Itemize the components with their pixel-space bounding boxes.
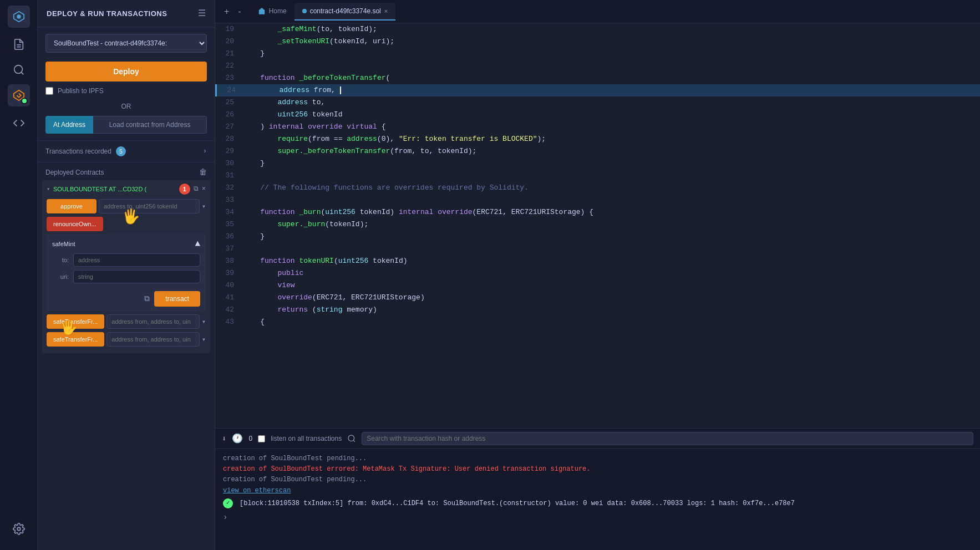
svg-line-5	[21, 72, 23, 74]
load-contract-button[interactable]: Load contract from Address	[93, 116, 207, 134]
safe-transfer2-button[interactable]: safeTransferFr...	[47, 332, 104, 347]
success-icon: ✓	[223, 498, 233, 508]
tab-bar: + - Home contract-d49fc3374e.sol ×	[215, 0, 980, 23]
terminal-log-2: creation of SoulBoundTest errored: MetaM…	[223, 464, 972, 475]
safe-transfer2-input[interactable]	[106, 332, 199, 347]
code-line-37: 37	[215, 243, 980, 255]
listen-checkbox[interactable]	[258, 435, 265, 442]
approve-chevron-icon[interactable]: ▾	[202, 202, 206, 211]
code-line-30: 30 }	[215, 157, 980, 170]
terminal-clock-icon[interactable]: 🕐	[232, 433, 243, 444]
contract-badge-1: 1	[179, 184, 190, 195]
code-line-35: 35 super._burn(tokenId);	[215, 218, 980, 231]
tab-controls: + -	[221, 4, 245, 19]
safemint-header[interactable]: safeMint ▲	[47, 235, 206, 253]
zoom-in-button[interactable]: +	[221, 4, 232, 19]
code-line-20: 20 _setTokenURI(tokenId, uri);	[215, 35, 980, 48]
param-uri-label: uri:	[52, 273, 69, 280]
file-explorer-icon[interactable]	[8, 33, 30, 55]
terminal-count: 0	[248, 435, 252, 442]
tab-home[interactable]: Home	[250, 3, 294, 21]
code-line-26: 26 uint256 tokenId	[215, 109, 980, 121]
terminal: ⬇ 🕐 0 listen on all transactions creatio…	[215, 428, 980, 550]
trash-icon[interactable]: 🗑	[199, 168, 207, 177]
tab-dot-icon	[302, 9, 307, 13]
home-tab-icon	[258, 7, 266, 15]
plugin-manager-icon[interactable]	[8, 6, 30, 28]
at-address-button[interactable]: At Address	[45, 116, 93, 134]
code-editor[interactable]: 19 _safeMint(to, tokenId); 20 _setTokenU…	[215, 23, 980, 428]
param-to-label: to:	[52, 257, 69, 263]
code-line-21: 21 }	[215, 48, 980, 60]
param-uri-row: uri:	[52, 270, 200, 283]
deploy-run-icon[interactable]	[8, 84, 30, 106]
panel-menu-icon[interactable]: ☰	[198, 8, 206, 19]
code-line-36: 36 }	[215, 231, 980, 243]
code-line-31: 31	[215, 170, 980, 182]
tab-home-label: Home	[269, 7, 287, 15]
git-icon[interactable]	[8, 112, 30, 134]
contract-instance-name: SOULBOUNDTEST AT ...CD32D (	[53, 186, 176, 192]
tab-contract[interactable]: contract-d49fc3374e.sol ×	[294, 3, 396, 21]
sidebar	[0, 0, 38, 550]
code-line-25: 25 address to,	[215, 96, 980, 109]
svg-point-4	[14, 65, 22, 74]
publish-row: Publish to IPFS	[38, 87, 215, 100]
code-line-28: 28 require(from == address(0), "Err: tok…	[215, 133, 980, 145]
transact-row: ⧉ transact	[47, 291, 206, 311]
code-line-34: 34 function _burn(uint256 tokenId) inter…	[215, 206, 980, 218]
approve-button[interactable]: approve	[47, 199, 97, 213]
param-to-row: to:	[52, 253, 200, 267]
listen-label: listen on all transactions	[271, 435, 342, 442]
code-line-29: 29 super._beforeTokenTransfer(from, to, …	[215, 145, 980, 157]
safemint-collapse-icon[interactable]: ▲	[195, 239, 200, 249]
safemint-section: safeMint ▲ to: uri: ⧉ transact	[47, 235, 206, 311]
terminal-search-input[interactable]	[362, 432, 973, 445]
status-badge-green	[21, 98, 28, 104]
svg-point-1	[17, 15, 21, 18]
code-line-39: 39 public	[215, 267, 980, 279]
deploy-panel: DEPLOY & RUN TRANSACTIONS ☰ SoulBoundTes…	[38, 0, 215, 550]
terminal-search-icon	[347, 434, 356, 443]
etherscan-link[interactable]: view on etherscan	[223, 487, 291, 495]
terminal-log-3: creation of SoulBoundTest pending...	[223, 475, 972, 485]
tab-contract-label: contract-d49fc3374e.sol	[310, 7, 381, 15]
code-line-42: 42 returns (string memory)	[215, 304, 980, 316]
safe-transfer1-chevron-icon[interactable]: ▾	[202, 318, 206, 326]
transactions-recorded-section[interactable]: Transactions recorded 5 ›	[38, 140, 215, 162]
deploy-button[interactable]: Deploy	[45, 62, 207, 82]
contract-instance: ▾ SOULBOUNDTEST AT ...CD32D ( 1 ⧉ × appr…	[42, 180, 210, 353]
safe-transfer1-input[interactable]	[106, 314, 199, 329]
search-icon[interactable]	[8, 59, 30, 81]
safe-transfer1-button[interactable]: safeTransferFr...	[47, 314, 104, 329]
zoom-out-button[interactable]: -	[235, 4, 244, 19]
safemint-copy-icon[interactable]: ⧉	[144, 294, 150, 303]
code-line-38: 38 function tokenURI(uint256 tokenId)	[215, 255, 980, 267]
approve-input[interactable]	[99, 199, 200, 213]
publish-ipfs-checkbox[interactable]	[45, 87, 53, 95]
terminal-arrow[interactable]: ›	[223, 509, 972, 526]
tab-close-icon[interactable]: ×	[384, 8, 388, 14]
contract-instance-header: ▾ SOULBOUNDTEST AT ...CD32D ( 1 ⧉ ×	[47, 184, 206, 195]
renounce-row: renounceOwn...	[47, 217, 206, 231]
svg-point-7	[17, 527, 21, 531]
param-uri-input[interactable]	[73, 270, 200, 283]
code-line-19: 19 _safeMint(to, tokenId);	[215, 23, 980, 35]
safe-transfer1-row: safeTransferFr... ▾	[47, 314, 206, 329]
contract-copy-icon[interactable]: ⧉	[194, 185, 199, 193]
param-to-input[interactable]	[73, 253, 200, 267]
renounce-button[interactable]: renounceOwn...	[47, 217, 103, 231]
safe-transfer2-chevron-icon[interactable]: ▾	[202, 335, 206, 344]
safe-transfer2-row: safeTransferFr... ▾	[47, 332, 206, 347]
code-line-33: 33	[215, 194, 980, 206]
transact-button[interactable]: transact	[154, 291, 200, 307]
contract-close-icon[interactable]: ×	[202, 185, 206, 193]
code-line-22: 22	[215, 60, 980, 72]
contract-chevron-icon[interactable]: ▾	[47, 186, 50, 192]
deploy-panel-header: DEPLOY & RUN TRANSACTIONS ☰	[38, 0, 215, 27]
contract-dropdown[interactable]: SoulBoundTest - contract-d49fc3374e:	[45, 34, 207, 53]
publish-ipfs-label: Publish to IPFS	[58, 87, 104, 95]
settings-icon[interactable]	[8, 518, 30, 540]
terminal-toolbar: ⬇ 🕐 0 listen on all transactions	[215, 429, 980, 449]
terminal-collapse-icon[interactable]: ⬇	[222, 434, 226, 444]
